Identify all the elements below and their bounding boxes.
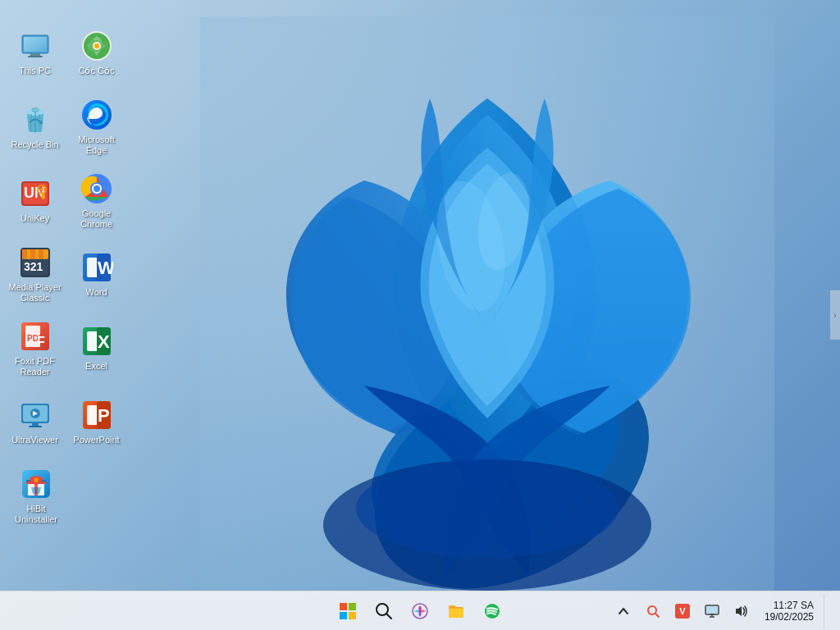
svg-text:P: P bbox=[98, 405, 110, 426]
microsoft-edge-icon bbox=[80, 98, 113, 131]
clock-time: 11:27 SA bbox=[774, 600, 814, 611]
input-method-indicator: V bbox=[675, 604, 690, 619]
desktop-icons: This PC Cốc Cốc bbox=[0, 8, 131, 541]
tray-volume-button[interactable] bbox=[728, 598, 755, 624]
search-button[interactable] bbox=[368, 595, 400, 628]
powerpoint-icon: P bbox=[80, 399, 113, 431]
display-icon bbox=[705, 604, 719, 619]
icon-microsoft-edge[interactable]: Microsoft Edge bbox=[66, 90, 127, 164]
system-tray: V bbox=[610, 598, 755, 624]
music-icon bbox=[483, 602, 501, 620]
recycle-bin-label: Recycle Bin bbox=[11, 139, 58, 150]
svg-point-6 bbox=[356, 459, 619, 558]
svg-rect-59 bbox=[29, 426, 42, 427]
icon-unikey[interactable]: UN UniKey bbox=[4, 164, 66, 238]
icon-coc-coc[interactable]: Cốc Cốc bbox=[66, 16, 127, 90]
svg-text:W: W bbox=[98, 258, 113, 278]
google-chrome-label: Google Chrome bbox=[70, 208, 123, 230]
recycle-bin-icon bbox=[19, 103, 52, 136]
svg-rect-31 bbox=[42, 194, 45, 196]
google-chrome-icon bbox=[80, 172, 113, 205]
tray-input-method-button[interactable]: V bbox=[669, 598, 696, 624]
svg-rect-77 bbox=[340, 612, 347, 619]
svg-marker-91 bbox=[736, 606, 742, 616]
tray-overflow-button[interactable] bbox=[610, 598, 637, 624]
icon-foxit-pdf-reader[interactable]: PDF F Foxit PDF Reader bbox=[4, 312, 66, 386]
hibit-uninstaller-label: HiBit Uninstaller bbox=[8, 504, 64, 525]
svg-point-82 bbox=[418, 609, 422, 613]
widgets-icon bbox=[411, 602, 429, 620]
taskbar-right: V bbox=[610, 595, 830, 628]
overflow-indicator[interactable]: › bbox=[830, 290, 840, 340]
svg-rect-75 bbox=[340, 603, 347, 610]
hibit-uninstaller-icon bbox=[20, 468, 52, 500]
svg-rect-39 bbox=[22, 249, 27, 259]
icon-ultraviewer[interactable]: UltraViewer bbox=[4, 386, 66, 459]
icon-hibit-uninstaller[interactable]: HiBit Uninstaller bbox=[4, 459, 68, 533]
this-pc-label: This PC bbox=[19, 66, 51, 76]
svg-text:X: X bbox=[98, 331, 110, 352]
excel-icon: X bbox=[80, 325, 113, 358]
tray-search-icon[interactable] bbox=[640, 598, 666, 624]
volume-icon bbox=[734, 604, 749, 619]
clock-date: 19/02/2025 bbox=[765, 611, 814, 623]
chevron-up-icon bbox=[617, 605, 630, 618]
this-pc-icon bbox=[19, 30, 52, 62]
clock[interactable]: 11:27 SA 19/02/2025 bbox=[760, 598, 819, 624]
svg-text:321: 321 bbox=[24, 260, 43, 273]
word-icon: W bbox=[80, 251, 113, 284]
unikey-icon: UN bbox=[19, 177, 52, 210]
unikey-label: UniKey bbox=[21, 213, 49, 224]
svg-rect-40 bbox=[30, 249, 35, 259]
icon-google-chrome[interactable]: Google Chrome bbox=[66, 164, 127, 238]
tray-display-button[interactable] bbox=[699, 598, 725, 624]
excel-label: Excel bbox=[85, 361, 107, 372]
svg-point-74 bbox=[34, 477, 39, 482]
svg-text:F: F bbox=[37, 335, 45, 349]
foxit-pdf-reader-icon: PDF F bbox=[19, 320, 52, 353]
media-player-classic-label: Media Player Classic bbox=[8, 282, 62, 304]
svg-rect-41 bbox=[39, 249, 43, 259]
spotify-button[interactable] bbox=[476, 595, 509, 628]
svg-rect-11 bbox=[28, 56, 43, 57]
wallpaper bbox=[200, 16, 774, 607]
start-button[interactable] bbox=[331, 595, 364, 628]
desktop: This PC Cốc Cốc bbox=[0, 0, 840, 630]
ultraviewer-icon bbox=[19, 399, 52, 431]
overflow-chevron: › bbox=[833, 311, 836, 320]
icon-excel[interactable]: X Excel bbox=[66, 312, 127, 386]
svg-rect-87 bbox=[706, 606, 718, 614]
coc-coc-label: Cốc Cốc bbox=[79, 66, 115, 76]
media-player-classic-icon: 321 bbox=[19, 246, 52, 279]
icon-recycle-bin[interactable]: Recycle Bin bbox=[4, 90, 66, 164]
file-explorer-button[interactable] bbox=[440, 595, 472, 628]
svg-line-80 bbox=[386, 614, 391, 619]
taskbar: V bbox=[0, 591, 840, 630]
ultraviewer-label: UltraViewer bbox=[11, 435, 58, 445]
icon-word[interactable]: W Word bbox=[66, 238, 127, 312]
tray-magnifier-icon bbox=[646, 604, 660, 619]
svg-point-28 bbox=[40, 188, 43, 191]
svg-rect-30 bbox=[42, 197, 45, 199]
search-icon bbox=[375, 602, 393, 620]
powerpoint-label: PowerPoint bbox=[73, 435, 119, 445]
coc-coc-icon bbox=[80, 30, 113, 62]
svg-point-15 bbox=[94, 43, 99, 48]
svg-rect-9 bbox=[24, 37, 47, 52]
svg-point-35 bbox=[94, 185, 100, 192]
foxit-pdf-reader-label: Foxit PDF Reader bbox=[8, 356, 62, 377]
folder-icon bbox=[447, 602, 465, 620]
svg-line-85 bbox=[655, 614, 659, 617]
microsoft-edge-label: Microsoft Edge bbox=[70, 135, 123, 156]
icon-media-player-classic[interactable]: 321 Media Player Classic bbox=[4, 238, 66, 312]
svg-rect-21 bbox=[32, 108, 39, 112]
svg-rect-76 bbox=[349, 603, 356, 610]
icon-this-pc[interactable]: This PC bbox=[4, 16, 66, 90]
taskbar-center bbox=[331, 595, 509, 628]
windows-logo-icon bbox=[338, 601, 358, 621]
svg-rect-78 bbox=[349, 612, 356, 619]
show-desktop-button[interactable] bbox=[824, 595, 830, 628]
icon-powerpoint[interactable]: P PowerPoint bbox=[66, 386, 127, 459]
widgets-button[interactable] bbox=[404, 595, 436, 628]
input-method-label: V bbox=[679, 606, 685, 616]
